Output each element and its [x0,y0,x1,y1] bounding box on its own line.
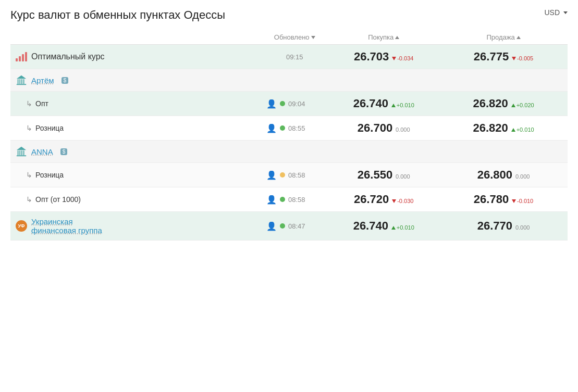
col-buy[interactable]: Покупка [328,30,439,45]
anna-opt-name-cell: ↳ Опт (от 1000) [10,187,261,212]
sort-down-icon [311,36,315,39]
artem-roznitsa-label: ↳ Розница [16,124,256,132]
optimal-label: Оптимальный курс [16,52,256,61]
exchange-artem-link[interactable]: Артём [31,76,54,85]
anna-roznitsa-icons: 👤 08:58 [266,170,323,180]
artem-opt-sell-price: 26.820 [473,97,508,110]
bank-icon [16,74,27,86]
tri-down-icon-2 [392,199,396,203]
status-dot-green [280,101,285,106]
exchange-anna-name: ANNA $ [16,146,562,157]
person-icon-5: 👤 [266,221,277,231]
person-icon-3: 👤 [266,170,277,180]
uf-sell-price: 26.770 [477,219,512,232]
optimal-name-cell: Оптимальный курс [10,45,261,69]
page-header: Курс валют в обменных пунктах Одессы USD [10,8,568,22]
artem-opt-buy-price: 26.740 [353,97,388,110]
artem-opt-sell-change: +0.020 [511,102,534,108]
exchange-anna-link[interactable]: ANNA [31,147,53,156]
anna-roznitsa-label: ↳ Розница [16,171,256,179]
currency-selector[interactable]: USD [544,8,568,17]
table-header-row: Обновлено Покупка Продажа [10,30,568,45]
uf-icons-cell: 👤 08:47 [261,212,328,241]
col-sell[interactable]: Продажа [439,30,568,45]
bar-chart-icon [16,52,27,61]
status-dot-green-3 [280,197,285,202]
artem-opt-text: Опт [35,99,48,108]
artem-opt-time: 09:04 [288,100,305,108]
uf-icon: УФ [16,220,27,232]
artem-roznitsa-icons-cell: 👤 08:55 [261,116,328,141]
anna-opt-label: ↳ Опт (от 1000) [16,195,256,204]
anna-opt-buy-change: -0.030 [392,198,413,204]
col-updated[interactable]: Обновлено [261,30,328,45]
anna-roznitsa-sell-change: 0.000 [515,173,530,180]
row-artem-opt: ↳ Опт 👤 09:04 26.740 +0.010 [10,92,568,116]
anna-opt-icons: 👤 08:58 [266,195,323,205]
money-icon: $ [62,77,69,84]
artem-roznitsa-icons: 👤 08:55 [266,123,323,133]
col-name [10,30,261,45]
sort-sell[interactable]: Продажа [486,33,520,41]
tri-up-icon-sell [511,104,515,107]
anna-opt-sell-price: 26.780 [474,193,509,206]
anna-roznitsa-sell-cell: 26.800 0.000 [439,163,568,187]
uf-link[interactable]: Украинскаяфинансовая группа [31,217,102,235]
optimal-time: 09:15 [261,45,328,69]
anna-opt-text: Опт (от 1000) [35,195,81,204]
artem-opt-icons-cell: 👤 09:04 [261,92,328,116]
anna-roznitsa-time: 08:58 [288,171,305,179]
uf-name-cell: УФ Украинскаяфинансовая группа [10,212,261,241]
row-artem-roznitsa: ↳ Розница 👤 08:55 26.700 0.000 [10,116,568,141]
artem-roznitsa-text: Розница [35,124,64,132]
svg-marker-5 [17,75,26,79]
person-icon: 👤 [266,99,277,109]
anna-opt-buy-cell: 26.720 -0.030 [328,187,439,212]
optimal-buy-price: 26.703 [354,50,389,63]
optimal-sell-price: 26.775 [474,50,509,63]
optimal-text: Оптимальный курс [31,52,105,61]
svg-rect-2 [19,79,20,84]
exchange-artem-name: Артём $ [16,74,562,86]
tri-down-icon-sell [512,57,516,60]
sort-up-icon [395,36,399,39]
artem-roznitsa-buy-change: 0.000 [396,127,410,133]
row-exchange-anna: ANNA $ [10,141,568,163]
svg-rect-8 [19,150,20,155]
svg-rect-0 [17,84,26,85]
row-optimal: Оптимальный курс 09:15 26.703 -0.034 26.… [10,45,568,69]
artem-opt-buy-cell: 26.740 +0.010 [328,92,439,116]
sort-updated[interactable]: Обновлено [274,33,315,41]
svg-rect-9 [21,150,22,155]
svg-rect-3 [21,79,22,84]
anna-roznitsa-buy-change: 0.000 [396,173,410,180]
sub-arrow-icon-3: ↳ [26,171,32,179]
artem-opt-name-cell: ↳ Опт [10,92,261,116]
artem-roznitsa-sell-cell: 26.820 +0.010 [439,116,568,141]
sort-buy[interactable]: Покупка [368,33,399,41]
uf-sell-cell: 26.770 0.000 [439,212,568,241]
uf-buy-cell: 26.740 +0.010 [328,212,439,241]
artem-roznitsa-sell-change: +0.010 [511,127,534,133]
svg-rect-6 [17,155,26,156]
optimal-sell-change: -0.005 [512,55,533,61]
sub-arrow-icon: ↳ [26,99,32,108]
person-icon-4: 👤 [266,195,277,205]
anna-opt-time: 08:58 [288,196,305,204]
money-icon-anna: $ [60,148,68,155]
sub-arrow-icon-4: ↳ [26,195,32,204]
tri-down-icon-3 [512,199,516,203]
rates-table: Обновлено Покупка Продажа [10,30,568,241]
tri-up-icon-4 [391,226,396,230]
exchange-anna-cell: ANNA $ [10,141,568,163]
artem-roznitsa-buy-price: 26.700 [358,121,392,134]
sort-up-icon-sell [516,36,521,39]
tri-up-icon [391,104,396,107]
chevron-down-icon [563,11,568,14]
svg-rect-7 [18,150,19,155]
artem-roznitsa-name-cell: ↳ Розница [10,116,261,141]
uf-sell-change: 0.000 [515,224,530,231]
row-anna-roznitsa: ↳ Розница 👤 08:58 26.550 0.000 [10,163,568,187]
optimal-buy-change: -0.034 [392,55,413,61]
row-uf-group: УФ Украинскаяфинансовая группа 👤 08:47 2… [10,212,568,241]
